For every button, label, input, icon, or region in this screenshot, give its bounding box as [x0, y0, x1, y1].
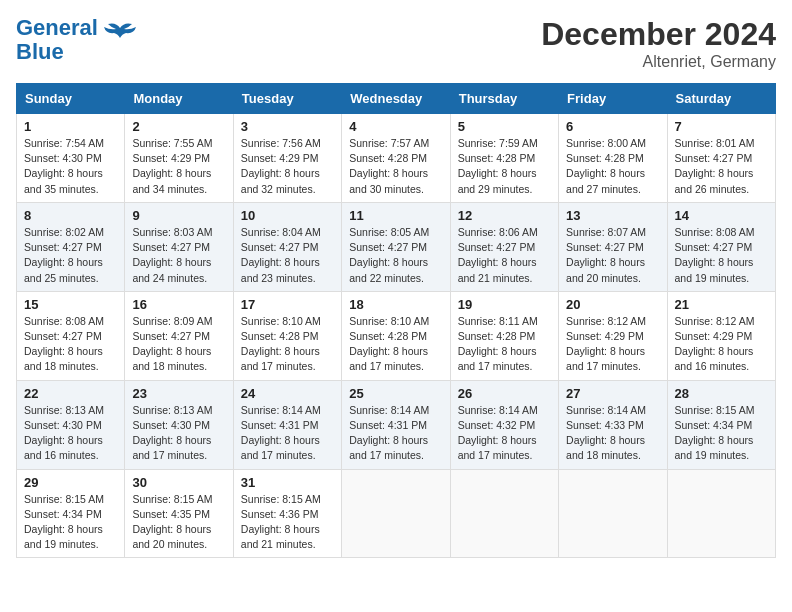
calendar-cell: 10 Sunrise: 8:04 AM Sunset: 4:27 PM Dayl… [233, 202, 341, 291]
calendar-cell: 22 Sunrise: 8:13 AM Sunset: 4:30 PM Dayl… [17, 380, 125, 469]
day-info: Sunrise: 8:11 AM Sunset: 4:28 PM Dayligh… [458, 314, 551, 375]
calendar-cell: 3 Sunrise: 7:56 AM Sunset: 4:29 PM Dayli… [233, 114, 341, 203]
sunset-label: Sunset: 4:29 PM [132, 152, 210, 164]
calendar-cell: 8 Sunrise: 8:02 AM Sunset: 4:27 PM Dayli… [17, 202, 125, 291]
day-info: Sunrise: 7:54 AM Sunset: 4:30 PM Dayligh… [24, 136, 117, 197]
logo-text: General Blue [16, 16, 98, 64]
sunrise-label: Sunrise: 8:00 AM [566, 137, 646, 149]
sunset-label: Sunset: 4:34 PM [675, 419, 753, 431]
daylight-label: Daylight: 8 hours and 17 minutes. [458, 434, 537, 461]
daylight-label: Daylight: 8 hours and 17 minutes. [132, 434, 211, 461]
sunset-label: Sunset: 4:27 PM [349, 241, 427, 253]
sunset-label: Sunset: 4:27 PM [132, 241, 210, 253]
header-monday: Monday [125, 84, 233, 114]
day-number: 21 [675, 297, 768, 312]
day-info: Sunrise: 8:03 AM Sunset: 4:27 PM Dayligh… [132, 225, 225, 286]
sunrise-label: Sunrise: 8:13 AM [24, 404, 104, 416]
page-header: General Blue December 2024 Altenriet, Ge… [16, 16, 776, 71]
daylight-label: Daylight: 8 hours and 19 minutes. [675, 434, 754, 461]
page-subtitle: Altenriet, Germany [541, 53, 776, 71]
day-info: Sunrise: 8:00 AM Sunset: 4:28 PM Dayligh… [566, 136, 659, 197]
day-number: 24 [241, 386, 334, 401]
sunrise-label: Sunrise: 8:15 AM [132, 493, 212, 505]
calendar-cell: 5 Sunrise: 7:59 AM Sunset: 4:28 PM Dayli… [450, 114, 558, 203]
sunrise-label: Sunrise: 8:15 AM [24, 493, 104, 505]
calendar-cell: 23 Sunrise: 8:13 AM Sunset: 4:30 PM Dayl… [125, 380, 233, 469]
calendar-week-row: 15 Sunrise: 8:08 AM Sunset: 4:27 PM Dayl… [17, 291, 776, 380]
sunrise-label: Sunrise: 7:57 AM [349, 137, 429, 149]
title-block: December 2024 Altenriet, Germany [541, 16, 776, 71]
daylight-label: Daylight: 8 hours and 16 minutes. [24, 434, 103, 461]
sunrise-label: Sunrise: 8:05 AM [349, 226, 429, 238]
daylight-label: Daylight: 8 hours and 32 minutes. [241, 167, 320, 194]
day-info: Sunrise: 8:15 AM Sunset: 4:34 PM Dayligh… [675, 403, 768, 464]
sunset-label: Sunset: 4:28 PM [349, 330, 427, 342]
day-number: 15 [24, 297, 117, 312]
day-number: 20 [566, 297, 659, 312]
day-info: Sunrise: 8:08 AM Sunset: 4:27 PM Dayligh… [24, 314, 117, 375]
daylight-label: Daylight: 8 hours and 30 minutes. [349, 167, 428, 194]
sunset-label: Sunset: 4:27 PM [675, 241, 753, 253]
daylight-label: Daylight: 8 hours and 35 minutes. [24, 167, 103, 194]
day-info: Sunrise: 8:08 AM Sunset: 4:27 PM Dayligh… [675, 225, 768, 286]
sunset-label: Sunset: 4:31 PM [349, 419, 427, 431]
sunset-label: Sunset: 4:33 PM [566, 419, 644, 431]
calendar-cell: 4 Sunrise: 7:57 AM Sunset: 4:28 PM Dayli… [342, 114, 450, 203]
sunrise-label: Sunrise: 8:04 AM [241, 226, 321, 238]
sunset-label: Sunset: 4:27 PM [458, 241, 536, 253]
day-number: 31 [241, 475, 334, 490]
day-info: Sunrise: 7:56 AM Sunset: 4:29 PM Dayligh… [241, 136, 334, 197]
day-info: Sunrise: 8:05 AM Sunset: 4:27 PM Dayligh… [349, 225, 442, 286]
sunrise-label: Sunrise: 8:12 AM [566, 315, 646, 327]
sunrise-label: Sunrise: 8:08 AM [24, 315, 104, 327]
sunset-label: Sunset: 4:32 PM [458, 419, 536, 431]
sunset-label: Sunset: 4:30 PM [132, 419, 210, 431]
day-info: Sunrise: 7:59 AM Sunset: 4:28 PM Dayligh… [458, 136, 551, 197]
day-info: Sunrise: 8:10 AM Sunset: 4:28 PM Dayligh… [349, 314, 442, 375]
day-info: Sunrise: 8:13 AM Sunset: 4:30 PM Dayligh… [132, 403, 225, 464]
sunrise-label: Sunrise: 8:11 AM [458, 315, 538, 327]
calendar-cell: 1 Sunrise: 7:54 AM Sunset: 4:30 PM Dayli… [17, 114, 125, 203]
sunset-label: Sunset: 4:27 PM [24, 330, 102, 342]
daylight-label: Daylight: 8 hours and 18 minutes. [566, 434, 645, 461]
calendar-week-row: 29 Sunrise: 8:15 AM Sunset: 4:34 PM Dayl… [17, 469, 776, 558]
day-number: 7 [675, 119, 768, 134]
daylight-label: Daylight: 8 hours and 18 minutes. [24, 345, 103, 372]
day-info: Sunrise: 8:10 AM Sunset: 4:28 PM Dayligh… [241, 314, 334, 375]
header-tuesday: Tuesday [233, 84, 341, 114]
sunset-label: Sunset: 4:30 PM [24, 152, 102, 164]
daylight-label: Daylight: 8 hours and 27 minutes. [566, 167, 645, 194]
header-wednesday: Wednesday [342, 84, 450, 114]
sunrise-label: Sunrise: 8:07 AM [566, 226, 646, 238]
day-number: 27 [566, 386, 659, 401]
calendar-cell: 26 Sunrise: 8:14 AM Sunset: 4:32 PM Dayl… [450, 380, 558, 469]
sunset-label: Sunset: 4:27 PM [24, 241, 102, 253]
sunrise-label: Sunrise: 8:09 AM [132, 315, 212, 327]
sunrise-label: Sunrise: 8:06 AM [458, 226, 538, 238]
sunrise-label: Sunrise: 8:14 AM [349, 404, 429, 416]
sunrise-label: Sunrise: 7:54 AM [24, 137, 104, 149]
calendar-cell: 13 Sunrise: 8:07 AM Sunset: 4:27 PM Dayl… [559, 202, 667, 291]
day-number: 1 [24, 119, 117, 134]
sunrise-label: Sunrise: 8:13 AM [132, 404, 212, 416]
day-number: 9 [132, 208, 225, 223]
daylight-label: Daylight: 8 hours and 18 minutes. [132, 345, 211, 372]
logo: General Blue [16, 16, 138, 64]
sunrise-label: Sunrise: 8:14 AM [241, 404, 321, 416]
day-number: 30 [132, 475, 225, 490]
day-number: 25 [349, 386, 442, 401]
calendar-cell: 20 Sunrise: 8:12 AM Sunset: 4:29 PM Dayl… [559, 291, 667, 380]
daylight-label: Daylight: 8 hours and 17 minutes. [349, 345, 428, 372]
daylight-label: Daylight: 8 hours and 17 minutes. [349, 434, 428, 461]
day-number: 6 [566, 119, 659, 134]
daylight-label: Daylight: 8 hours and 19 minutes. [24, 523, 103, 550]
calendar-cell [559, 469, 667, 558]
day-info: Sunrise: 7:57 AM Sunset: 4:28 PM Dayligh… [349, 136, 442, 197]
sunset-label: Sunset: 4:27 PM [241, 241, 319, 253]
sunset-label: Sunset: 4:29 PM [241, 152, 319, 164]
sunrise-label: Sunrise: 8:10 AM [241, 315, 321, 327]
calendar-cell: 2 Sunrise: 7:55 AM Sunset: 4:29 PM Dayli… [125, 114, 233, 203]
day-info: Sunrise: 8:12 AM Sunset: 4:29 PM Dayligh… [675, 314, 768, 375]
sunset-label: Sunset: 4:28 PM [458, 330, 536, 342]
sunset-label: Sunset: 4:27 PM [132, 330, 210, 342]
